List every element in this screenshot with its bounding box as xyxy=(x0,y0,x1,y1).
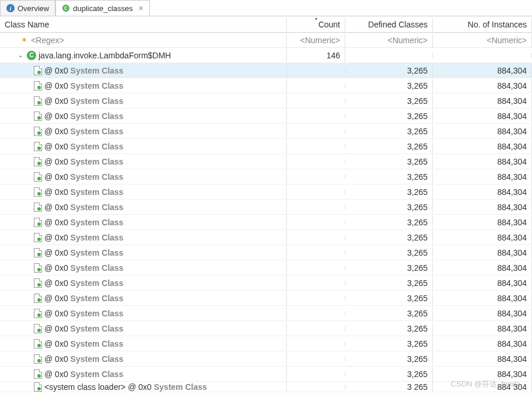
loader-text: <system class loader> @ 0x0 System Class xyxy=(44,382,207,392)
table-row[interactable]: @ 0x0 System Class 3,265 884,304 xyxy=(0,200,532,215)
header-class-name[interactable]: Class Name xyxy=(0,18,287,32)
loader-text: @ 0x0 System Class xyxy=(44,187,124,197)
defined-value: 3,265 xyxy=(345,64,433,78)
defined-value: 3,265 xyxy=(345,352,433,366)
table-row[interactable]: @ 0x0 System Class 3,265 884,304 xyxy=(0,260,532,276)
instances-value: 884,304 xyxy=(433,64,532,78)
defined-value: 3 265 xyxy=(345,382,433,392)
tab-overview[interactable]: i Overview xyxy=(0,0,55,16)
defined-value: 3,265 xyxy=(345,231,433,245)
defined-value: 3,265 xyxy=(345,291,433,305)
classloader-icon xyxy=(34,233,42,242)
table-row[interactable]: @ 0x0 System Class 3,265 884,304 xyxy=(0,367,532,382)
loader-text: @ 0x0 System Class xyxy=(44,218,124,227)
info-icon: i xyxy=(6,4,15,12)
table-row[interactable]: @ 0x0 System Class 3,265 884,304 xyxy=(0,276,532,291)
collapse-icon[interactable]: ⌄ xyxy=(16,52,24,58)
defined-value: 3,265 xyxy=(345,215,433,229)
classloader-icon xyxy=(34,157,42,166)
defined-value: 3,265 xyxy=(345,155,433,169)
defined-value: 3,265 xyxy=(345,109,433,123)
tab-bar: i Overview C duplicate_classes ✕ xyxy=(0,0,532,16)
classloader-icon xyxy=(34,339,42,348)
loader-text: @ 0x0 System Class xyxy=(44,111,124,121)
svg-text:C: C xyxy=(64,5,68,11)
defined-value: 3,265 xyxy=(345,276,433,290)
instances-value: 884,304 xyxy=(433,124,532,138)
defined-value: 3,265 xyxy=(345,124,433,138)
parent-row[interactable]: ⌄ C java.lang.invoke.LambdaForm$DMH 146 xyxy=(0,48,532,63)
table-row[interactable]: @ 0x0 System Class 3,265 884,304 xyxy=(0,78,532,93)
defined-value: 3,265 xyxy=(345,79,433,93)
loader-text: @ 0x0 System Class xyxy=(44,233,124,242)
count-filter[interactable]: <Numeric> xyxy=(287,33,345,47)
header-defined-classes[interactable]: Defined Classes xyxy=(345,18,433,32)
loader-text: @ 0x0 System Class xyxy=(44,354,124,364)
table-row[interactable]: @ 0x0 System Class 3,265 884,304 xyxy=(0,230,532,245)
regex-filter[interactable]: <Regex> xyxy=(31,36,64,45)
defined-value: 3,265 xyxy=(345,261,433,275)
classloader-icon xyxy=(34,203,42,212)
table-row[interactable]: @ 0x0 System Class 3,265 884,304 xyxy=(0,306,532,321)
table-row[interactable]: @ 0x0 System Class 3,265 884,304 xyxy=(0,124,532,139)
instances-value: 884,304 xyxy=(433,306,532,320)
classloader-icon xyxy=(34,142,42,151)
instances-value: 884,304 xyxy=(433,352,532,366)
loader-text: @ 0x0 System Class xyxy=(44,248,124,257)
instances-value: 884,304 xyxy=(433,215,532,229)
defined-value: 3,265 xyxy=(345,367,433,381)
classloader-icon xyxy=(34,66,42,75)
sort-indicator-icon: ▾ xyxy=(315,18,317,22)
table-row[interactable]: @ 0x0 System Class 3,265 884,304 xyxy=(0,245,532,260)
classloader-icon xyxy=(34,354,42,364)
instances-value: 884,304 xyxy=(433,246,532,260)
loader-text: @ 0x0 System Class xyxy=(44,127,124,136)
instances-filter[interactable]: <Numeric> xyxy=(433,33,532,47)
loader-text: @ 0x0 System Class xyxy=(44,369,124,379)
class-icon: C xyxy=(27,51,36,60)
table-row[interactable]: @ 0x0 System Class 3,265 884,304 xyxy=(0,139,532,154)
table-row[interactable]: @ 0x0 System Class 3,265 884,304 xyxy=(0,215,532,230)
instances-value: 884,304 xyxy=(433,109,532,123)
table-header: Class Name ▾ Count Defined Classes No. o… xyxy=(0,16,532,33)
instances-value: 884,304 xyxy=(433,337,532,351)
classloader-icon xyxy=(34,187,42,197)
loader-text: @ 0x0 System Class xyxy=(44,81,124,90)
table-row[interactable]: @ 0x0 System Class 3,265 884,304 xyxy=(0,336,532,351)
defined-value: 3,265 xyxy=(345,246,433,260)
defined-filter[interactable]: <Numeric> xyxy=(345,33,433,47)
header-count[interactable]: ▾ Count xyxy=(287,18,345,32)
regex-icon: ✶ xyxy=(21,36,27,44)
instances-value: 884,304 xyxy=(433,276,532,290)
loader-text: @ 0x0 System Class xyxy=(44,66,124,75)
tab-duplicate-classes[interactable]: C duplicate_classes ✕ xyxy=(55,0,150,16)
instances-value: 884,304 xyxy=(433,261,532,275)
data-table: Class Name ▾ Count Defined Classes No. o… xyxy=(0,16,532,392)
table-row[interactable]: @ 0x0 System Class 3,265 884,304 xyxy=(0,169,532,184)
instances-value: 884,304 xyxy=(433,140,532,154)
instances-value: 884,304 xyxy=(433,291,532,305)
table-row[interactable]: @ 0x0 System Class 3,265 884,304 xyxy=(0,63,532,78)
table-row[interactable]: @ 0x0 System Class 3,265 884,304 xyxy=(0,93,532,109)
table-row[interactable]: @ 0x0 System Class 3,265 884,304 xyxy=(0,109,532,124)
class-tab-icon: C xyxy=(62,4,70,12)
table-row[interactable]: @ 0x0 System Class 3,265 884,304 xyxy=(0,154,532,169)
table-row[interactable]: @ 0x0 System Class 3,265 884,304 xyxy=(0,291,532,306)
table-row[interactable]: @ 0x0 System Class 3,265 884,304 xyxy=(0,351,532,367)
table-row[interactable]: @ 0x0 System Class 3,265 884,304 xyxy=(0,184,532,200)
header-instances[interactable]: No. of Instances xyxy=(433,18,532,32)
instances-value: 884,304 xyxy=(433,155,532,169)
classloader-icon xyxy=(34,309,42,318)
table-row-partial[interactable]: <system class loader> @ 0x0 System Class… xyxy=(0,382,532,392)
close-icon[interactable]: ✕ xyxy=(138,5,144,12)
loader-text: @ 0x0 System Class xyxy=(44,294,124,303)
classloader-icon xyxy=(34,369,42,379)
loader-text: @ 0x0 System Class xyxy=(44,324,124,333)
loader-text: @ 0x0 System Class xyxy=(44,203,124,212)
loader-text: @ 0x0 System Class xyxy=(44,157,124,166)
classloader-icon xyxy=(34,127,42,136)
table-row[interactable]: @ 0x0 System Class 3,265 884,304 xyxy=(0,321,532,336)
instances-value: 884,304 xyxy=(433,94,532,108)
classloader-icon xyxy=(34,294,42,303)
instances-value: 884,304 xyxy=(433,170,532,184)
